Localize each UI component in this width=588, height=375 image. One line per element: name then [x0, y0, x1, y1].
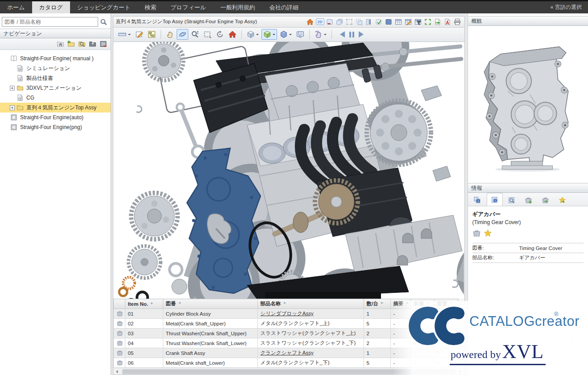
rotate-icon[interactable] — [177, 29, 188, 40]
tree-expander-icon[interactable] — [10, 105, 15, 110]
2d-view-icon[interactable]: 2D — [316, 17, 324, 26]
scroll-right-icon[interactable]: › — [456, 368, 464, 375]
find-part-icon[interactable] — [504, 194, 520, 206]
sort-icon[interactable] — [150, 301, 153, 306]
scrollbar-thumb[interactable] — [122, 369, 455, 374]
nav-tab[interactable]: 一般利用規約 — [213, 1, 262, 13]
tree-item[interactable]: シミュレーション — [0, 63, 111, 73]
add-to-cart-icon[interactable] — [116, 350, 123, 356]
sort-icon[interactable] — [178, 300, 182, 305]
nav-tab[interactable]: 検索 — [137, 1, 163, 13]
cell-part-name[interactable]: メタル(クランクシャフト_上) — [257, 319, 364, 329]
column-header[interactable]: 摘要 — [390, 299, 410, 309]
fit-selection-icon[interactable] — [345, 17, 354, 26]
table-row[interactable]: 02 Metal(Crank Shaft_Upper) メタル(クランクシャフト… — [113, 319, 458, 329]
pdf-export-icon[interactable] — [443, 17, 452, 26]
nav-tab[interactable]: ショッピングカート — [70, 1, 137, 13]
zoom-icon[interactable] — [189, 29, 201, 40]
add-to-cart-icon[interactable] — [116, 320, 123, 327]
column-header[interactable]: Item No. — [125, 299, 163, 309]
table-row[interactable]: 05 Crank Shaft Assy クランクシャフトAssy 1 - 1 1 — [113, 348, 458, 358]
restore-window-icon[interactable] — [335, 17, 344, 26]
sort-icon[interactable] — [283, 300, 286, 305]
tree-item[interactable]: CG — [0, 93, 111, 103]
table-icon[interactable] — [394, 17, 403, 26]
info-all-icon[interactable] — [470, 194, 486, 206]
table-edit-icon[interactable] — [404, 17, 413, 26]
step-back-icon[interactable] — [335, 29, 347, 40]
scroll-left-icon[interactable]: ‹ — [113, 368, 121, 375]
table-row[interactable]: 04 Thrust Washer(Crank Shaft_Lower) スラスト… — [113, 338, 458, 348]
animation-icon[interactable] — [313, 29, 328, 40]
print-icon[interactable] — [453, 17, 462, 26]
tree-item[interactable]: Straight-Four Engine(auto) — [0, 112, 111, 122]
cart-send-icon[interactable] — [538, 194, 554, 206]
markup-icon[interactable] — [133, 29, 145, 40]
cell-part-name[interactable]: スラストワッシャ(クランクシャフト_上) — [257, 329, 364, 338]
folder-go-icon[interactable] — [67, 40, 76, 49]
table-row[interactable]: 01 Cylinder Block Assy シリンダブロックAssy 1 - — [113, 309, 458, 319]
scroll-up-icon[interactable] — [460, 300, 463, 304]
cam-sprocket[interactable] — [144, 42, 183, 80]
split-vertical-icon[interactable] — [365, 17, 373, 26]
nav-tab[interactable]: プロフィール — [163, 1, 213, 13]
add-to-cart-icon[interactable] — [116, 310, 123, 317]
shading-icon[interactable] — [278, 29, 294, 40]
folder-filter-icon[interactable] — [88, 40, 97, 49]
play-icon[interactable] — [357, 29, 369, 40]
sort-icon[interactable] — [406, 300, 409, 305]
cell-part-name[interactable]: クランクシャフトAssy — [257, 348, 364, 358]
cell-part-name[interactable]: シリンダブロックAssy — [257, 309, 364, 319]
tree-item[interactable]: Straight-Four Engine(png) — [0, 122, 111, 132]
add-to-cart-icon[interactable] — [116, 359, 123, 366]
3d-viewport[interactable] — [113, 42, 465, 299]
scroll-down-icon[interactable] — [460, 363, 463, 367]
add-to-cart-icon[interactable] — [116, 330, 123, 337]
display-settings-icon[interactable] — [294, 29, 306, 40]
tree-panel-icon[interactable] — [146, 29, 157, 40]
sort-icon[interactable] — [426, 300, 429, 305]
favorite-star-icon[interactable] — [484, 229, 492, 238]
cell-part-name[interactable]: スラストワッシャ(クランクシャフト_下) — [257, 338, 364, 348]
pause-icon[interactable] — [348, 29, 356, 40]
tree-item[interactable]: 3DXVLアニメーション — [0, 83, 111, 93]
add-to-cart-icon[interactable] — [472, 229, 481, 238]
tree-expander-icon[interactable] — [10, 86, 15, 91]
pan-icon[interactable] — [164, 29, 176, 40]
cart-add-icon[interactable] — [521, 194, 537, 206]
timing-gear[interactable] — [131, 193, 178, 239]
cell-part-name[interactable]: メタル(クランクシャフト_下) — [257, 358, 364, 368]
oil-pump-assembly[interactable] — [119, 246, 187, 299]
view-cube-icon[interactable] — [245, 29, 261, 40]
folder-home-icon[interactable] — [56, 40, 65, 49]
search-input[interactable] — [2, 17, 98, 27]
measure-icon[interactable] — [116, 29, 133, 40]
info-part-icon[interactable] — [487, 193, 503, 206]
zoom-window-icon[interactable] — [202, 29, 213, 40]
add-to-cart-icon[interactable] — [116, 340, 123, 346]
home-view-icon[interactable] — [227, 29, 238, 40]
render-mode-icon[interactable] — [261, 29, 277, 40]
panel-remove-icon[interactable] — [99, 40, 108, 49]
column-header[interactable]: 図番 — [163, 299, 257, 309]
table-row[interactable]: 06 Metal(Crank shaft_Lower) メタル(クランクシャフト… — [113, 358, 458, 368]
connecting-rod[interactable] — [177, 104, 204, 158]
table-filter-icon[interactable] — [414, 17, 422, 26]
apply-view-icon[interactable] — [375, 17, 383, 26]
column-header[interactable]: 単価 — [410, 299, 434, 309]
home-icon[interactable] — [306, 17, 315, 26]
solid-window-icon[interactable] — [385, 17, 393, 26]
tree-item[interactable]: Straight-Four Engine( manual ) — [0, 54, 111, 63]
sort-icon[interactable] — [450, 300, 453, 305]
language-select[interactable]: « 言語の選択 — [544, 1, 588, 13]
rotate-view-icon[interactable] — [214, 29, 226, 40]
part-preview[interactable] — [468, 26, 588, 183]
nav-tab[interactable]: ホーム — [0, 1, 32, 13]
nav-tab[interactable]: カタログ — [32, 1, 70, 13]
column-header[interactable]: 質量 — [434, 299, 458, 309]
nav-tab[interactable]: 会社の詳細 — [262, 1, 306, 13]
column-header[interactable]: 数/台 — [364, 299, 390, 309]
favorite-send-icon[interactable] — [555, 194, 571, 206]
fit-all-icon[interactable] — [355, 17, 364, 26]
sort-icon[interactable] — [381, 300, 384, 305]
